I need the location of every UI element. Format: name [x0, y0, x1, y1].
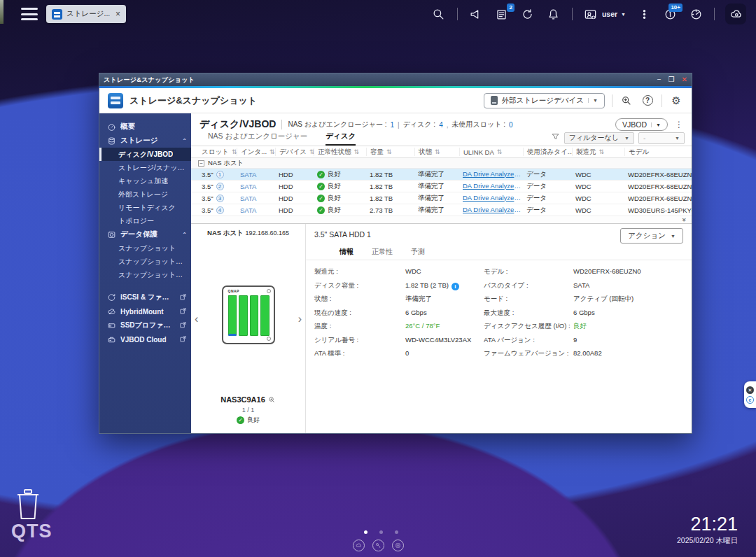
nas-enclosure-image[interactable]: QNAP	[222, 285, 275, 344]
system-info-icon[interactable]: 10+	[662, 6, 678, 22]
sidebar-item-0[interactable]: 概要	[99, 120, 191, 134]
tab-0[interactable]: NAS およびエンクロージャー	[208, 132, 307, 146]
global-scan-icon[interactable]	[620, 94, 634, 108]
sidebar-item-3[interactable]: ストレージ/スナップショ...	[99, 161, 191, 174]
sort-icon[interactable]: ⇅	[497, 148, 503, 155]
column-header-4[interactable]: 容量⇅	[366, 148, 414, 156]
tab-close-icon[interactable]: ×	[115, 10, 120, 18]
maximize-button[interactable]: ❒	[668, 76, 675, 83]
drive-bay-2[interactable]	[239, 295, 248, 336]
sidebar-item-4[interactable]: キャッシュ加速	[99, 174, 191, 188]
myqnapcloud-link-icon[interactable]	[353, 540, 365, 551]
table-row-2[interactable]: 3.5"2SATAHDD✓良好1.82 TB準備完了DA Drive Analy…	[191, 181, 692, 192]
edge-dock-widget[interactable]: ✕ e	[744, 381, 756, 408]
detail-tab-1[interactable]: 正常性	[372, 247, 393, 260]
sidebar-item-6[interactable]: リモートディスク	[99, 201, 191, 214]
sidebar-item-11[interactable]: スナップショットボールト	[99, 268, 191, 281]
carousel-next-icon[interactable]: ›	[298, 313, 302, 325]
notifications-bell-icon[interactable]	[546, 6, 561, 22]
zoom-in-icon[interactable]	[268, 396, 276, 404]
dashboard-pause-icon[interactable]	[392, 540, 404, 551]
sidebar-item-8[interactable]: データ保護⌃	[99, 227, 191, 241]
recycle-bin-icon[interactable]	[15, 488, 41, 523]
column-header-3[interactable]: 正常性状態⇅	[314, 148, 366, 156]
sort-icon[interactable]: ⇅	[435, 148, 440, 155]
da-drive-analyzer-link[interactable]: DA Drive Analyzer を...	[463, 206, 523, 215]
resource-monitor-icon[interactable]	[688, 6, 704, 22]
window-titlebar[interactable]: ストレージ&スナップショット − ❒ ✕	[99, 73, 692, 86]
carousel-prev-icon[interactable]: ‹	[195, 313, 198, 325]
page-kebab-menu-icon[interactable]: ⋮	[673, 120, 685, 129]
close-button[interactable]: ✕	[682, 76, 687, 83]
page-dot-1[interactable]	[379, 530, 383, 534]
da-drive-analyzer-link[interactable]: DA Drive Analyzer を...	[463, 194, 523, 203]
main-menu-icon[interactable]	[21, 8, 38, 20]
sidebar-item-14[interactable]: SSDプロファイリン...	[99, 318, 191, 332]
filter-funnel-icon[interactable]	[551, 132, 560, 144]
column-header-7[interactable]: 使用済みタイ...	[523, 148, 572, 156]
column-header-0[interactable]: スロット⇅	[198, 148, 237, 156]
table-row-1[interactable]: 3.5"1SATAHDD✓良好1.82 TB準備完了DA Drive Analy…	[191, 169, 692, 181]
drive-bay-3[interactable]	[250, 295, 259, 336]
chevron-up-icon[interactable]: ⌃	[182, 232, 187, 238]
health-ok-icon: ✓	[317, 183, 325, 190]
user-menu[interactable]: user ▼	[583, 6, 626, 22]
sidebar-item-12[interactable]: iSCSI & ファイバー...	[99, 290, 191, 304]
more-options-kebab-icon[interactable]	[636, 6, 652, 22]
search-icon[interactable]	[431, 6, 447, 22]
column-header-6[interactable]: ULINK DA⇅	[459, 148, 523, 156]
sort-icon[interactable]: ⇅	[270, 148, 275, 155]
sort-icon[interactable]: ⇅	[386, 148, 392, 155]
tab-1[interactable]: ディスク	[326, 132, 356, 146]
column-header-1[interactable]: インタ...⇅	[237, 148, 275, 156]
info-icon[interactable]: i	[451, 283, 459, 290]
table-row-4[interactable]: 3.5"4SATAHDD✓良好2.73 TB準備完了DA Drive Analy…	[191, 204, 692, 216]
detail-tab-0[interactable]: 情報	[340, 247, 354, 260]
sync-icon[interactable]	[520, 6, 536, 22]
help-icon[interactable]: ?	[640, 94, 654, 108]
external-storage-device-button[interactable]: 外部ストレージデバイス ▼	[484, 93, 605, 108]
myqnapcloud-button[interactable]	[725, 3, 746, 24]
sidebar-item-2[interactable]: ディスク/VJBOD	[99, 148, 191, 161]
page-dot-2[interactable]	[395, 530, 398, 534]
sidebar-item-1[interactable]: ストレージ⌃	[99, 134, 191, 148]
sidebar-item-10[interactable]: スナップショットレプリカ	[99, 255, 191, 268]
sidebar-item-13[interactable]: HybridMount	[99, 304, 191, 318]
sidebar-item-5[interactable]: 外部ストレージ	[99, 188, 191, 201]
column-header-8[interactable]: 製造元⇅	[572, 148, 624, 156]
da-drive-analyzer-link[interactable]: DA Drive Analyzer を...	[463, 170, 523, 179]
drive-bay-1[interactable]	[228, 295, 237, 336]
host-ip: 192.168.60.165	[245, 230, 289, 237]
chevron-up-icon[interactable]: ⌃	[182, 138, 187, 144]
minimize-button[interactable]: −	[657, 76, 662, 83]
collapse-panel-chevron-icon[interactable]: »	[680, 218, 687, 222]
field-value: 6 Gbps	[405, 306, 484, 320]
taskbar-tab-storage[interactable]: ストレージ... ×	[46, 5, 126, 23]
dock-device-icon[interactable]: e	[746, 396, 754, 404]
column-header-5[interactable]: 状態⇅	[414, 148, 459, 156]
secondary-dropdown[interactable]: - ▼	[638, 132, 685, 144]
announcement-icon[interactable]	[468, 6, 484, 22]
filter-dropdown[interactable]: フィルターなし ▼	[564, 132, 634, 144]
sort-icon[interactable]: ⇅	[599, 148, 605, 155]
background-tasks-icon[interactable]: 2	[494, 6, 510, 22]
action-button[interactable]: アクション ▼	[620, 228, 683, 244]
qsync-key-icon[interactable]	[372, 540, 384, 551]
dock-eject-icon[interactable]: ✕	[746, 386, 754, 394]
column-header-9[interactable]: モデル	[624, 148, 692, 156]
table-row-3[interactable]: 3.5"3SATAHDD✓良好1.82 TB準備完了DA Drive Analy…	[191, 192, 692, 204]
sidebar-item-9[interactable]: スナップショット	[99, 241, 191, 255]
da-drive-analyzer-link[interactable]: DA Drive Analyzer を...	[463, 182, 523, 191]
sort-icon[interactable]: ⇅	[232, 148, 237, 155]
column-header-2[interactable]: デバイス⇅	[275, 148, 314, 156]
sort-icon[interactable]: ⇅	[354, 148, 360, 155]
drive-bay-4[interactable]	[260, 295, 270, 336]
detail-tab-2[interactable]: 予測	[411, 247, 425, 260]
sidebar-item-15[interactable]: VJBOD Cloud	[99, 332, 191, 346]
collapse-group-icon[interactable]: −	[198, 160, 204, 167]
vjbod-button[interactable]: VJBOD ▼	[615, 118, 668, 131]
settings-gear-icon[interactable]: ⚙	[669, 94, 683, 108]
sidebar-item-7[interactable]: トポロジー	[99, 214, 191, 227]
page-dot-0[interactable]	[364, 530, 368, 534]
vjbod-button-label: VJBOD	[622, 120, 647, 129]
